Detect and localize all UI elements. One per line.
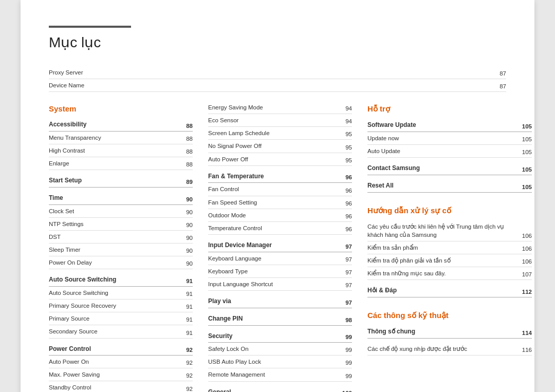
list-item: Hỏi & Đáp112 bbox=[367, 284, 532, 297]
entry-page: 90 bbox=[186, 196, 193, 202]
column-3: Hỗ trợSoftware Update105Update now105Aut… bbox=[367, 101, 532, 392]
entry-page: 90 bbox=[186, 235, 193, 241]
list-item: Screen Lamp Schedule95 bbox=[208, 127, 352, 140]
entry-page: 87 bbox=[499, 83, 506, 89]
list-item: Update now105 bbox=[367, 132, 532, 145]
entry-label: Auto Update bbox=[367, 147, 522, 155]
entry-label: Remote Management bbox=[208, 370, 345, 379]
entry-page: 90 bbox=[186, 209, 193, 215]
entry-label: Outdoor Mode bbox=[208, 211, 345, 219]
list-item: Auto Source Switching91 bbox=[49, 287, 193, 300]
entry-page: 97 bbox=[345, 244, 352, 250]
list-item: Accessibility88 bbox=[49, 118, 193, 132]
content-grid: System Accessibility88Menu Transparency8… bbox=[49, 101, 506, 392]
list-item: Clock Set90 bbox=[49, 205, 193, 218]
entry-page: 94 bbox=[345, 105, 352, 111]
list-item: No Signal Power Off95 bbox=[208, 140, 352, 153]
list-item: Auto Source Switching91 bbox=[49, 273, 193, 287]
entry-label: Input Device Manager bbox=[208, 241, 345, 250]
list-item: Standby Control92 bbox=[49, 381, 193, 392]
list-item: Proxy Server87 bbox=[49, 66, 506, 79]
list-item: Auto Update105 bbox=[367, 145, 532, 158]
entry-page: 112 bbox=[522, 289, 532, 295]
list-item: Max. Power Saving92 bbox=[49, 368, 193, 381]
list-item: Kiểm tra sản phẩm106 bbox=[367, 241, 532, 254]
entry-page: 91 bbox=[186, 278, 193, 284]
list-item: Secondary Source91 bbox=[49, 325, 193, 338]
entry-page: 106 bbox=[522, 258, 532, 265]
list-item: Fan Speed Setting96 bbox=[208, 196, 352, 209]
entry-page: 96 bbox=[345, 213, 352, 219]
entry-page: 97 bbox=[345, 256, 352, 263]
entry-label: No Signal Power Off bbox=[208, 142, 345, 150]
entry-label: Time bbox=[49, 194, 186, 202]
entry-page: 106 bbox=[522, 233, 532, 239]
entry-label: Fan & Temperature bbox=[208, 172, 345, 181]
entry-label: Fan Control bbox=[208, 185, 345, 193]
list-item: Energy Saving Mode94 bbox=[208, 101, 352, 114]
entry-page: 92 bbox=[186, 347, 193, 353]
entry-page: 107 bbox=[522, 271, 532, 277]
list-item: Thông số chung114 bbox=[367, 325, 532, 339]
entry-page: 105 bbox=[522, 123, 532, 129]
entry-page: 97 bbox=[345, 300, 352, 306]
entry-page: 98 bbox=[345, 317, 352, 323]
entry-label: Auto Power On bbox=[49, 358, 186, 366]
entry-page: 105 bbox=[522, 184, 532, 190]
list-item: Input Device Manager97 bbox=[208, 239, 352, 252]
entry-page: 99 bbox=[345, 373, 352, 379]
entry-label: Power On Delay bbox=[49, 258, 186, 267]
entry-label: Enlarge bbox=[49, 159, 186, 167]
entry-page: 88 bbox=[186, 148, 193, 155]
list-item: Software Update105 bbox=[367, 119, 532, 132]
list-item: Enlarge88 bbox=[49, 157, 193, 170]
list-item: Primary Source Recovery91 bbox=[49, 300, 193, 312]
entry-label: NTP Settings bbox=[49, 220, 186, 228]
list-item: Power Control92 bbox=[49, 343, 193, 356]
entry-page: 97 bbox=[345, 269, 352, 275]
entry-page: 91 bbox=[186, 330, 193, 336]
list-item: Start Setup89 bbox=[49, 174, 193, 188]
entry-label: Kiểm tra sản phẩm bbox=[367, 244, 522, 252]
list-item: Temperature Control96 bbox=[208, 222, 352, 235]
entry-label: Start Setup bbox=[49, 176, 186, 185]
entry-label: Change PIN bbox=[208, 314, 345, 323]
entry-label: Fan Speed Setting bbox=[208, 198, 345, 207]
entry-page: 105 bbox=[522, 166, 532, 173]
entry-label: Keyboard Type bbox=[208, 267, 345, 275]
list-item: Reset All105 bbox=[367, 179, 532, 193]
entry-label: Menu Transparency bbox=[49, 134, 186, 142]
list-item: Eco Sensor94 bbox=[208, 114, 352, 127]
entry-label: Eco Sensor bbox=[208, 116, 345, 124]
entry-label: Auto Power Off bbox=[208, 155, 345, 163]
entry-page: 87 bbox=[499, 70, 506, 77]
entry-label: Energy Saving Mode bbox=[208, 103, 345, 111]
entry-page: 92 bbox=[186, 360, 193, 366]
entry-page: 105 bbox=[522, 149, 532, 155]
entry-label: Accessibility bbox=[49, 120, 186, 129]
system-heading: System bbox=[49, 104, 193, 113]
entry-label: Reset All bbox=[367, 181, 522, 190]
entry-label: Các chế độ xung nhịp được đặt trước bbox=[367, 345, 522, 353]
entry-page: 88 bbox=[186, 136, 193, 142]
entry-page: 91 bbox=[186, 291, 193, 297]
entry-label: General bbox=[208, 388, 342, 392]
entry-label: Proxy Server bbox=[49, 68, 499, 77]
top-entries: Proxy Server87Device Name87 bbox=[49, 66, 506, 92]
entry-label: Clock Set bbox=[49, 207, 186, 215]
column-2: Energy Saving Mode94Eco Sensor94Screen L… bbox=[208, 101, 352, 392]
entry-page: 95 bbox=[345, 131, 352, 137]
entry-label: Play via bbox=[208, 297, 345, 306]
entry-page: 99 bbox=[345, 347, 352, 353]
list-item: Keyboard Type97 bbox=[208, 265, 352, 278]
entry-label: Thông số chung bbox=[367, 327, 522, 336]
entry-label: Input Language Shortcut bbox=[208, 280, 345, 288]
entry-label: Primary Source Recovery bbox=[49, 302, 186, 310]
list-item: High Contrast88 bbox=[49, 144, 193, 157]
entry-label: Auto Source Switching bbox=[49, 275, 186, 284]
entry-page: 96 bbox=[345, 188, 352, 194]
entry-label: Standby Control bbox=[49, 383, 186, 391]
entry-page: 97 bbox=[345, 282, 352, 288]
entry-page: 94 bbox=[345, 118, 352, 124]
entry-label: High Contrast bbox=[49, 146, 186, 155]
